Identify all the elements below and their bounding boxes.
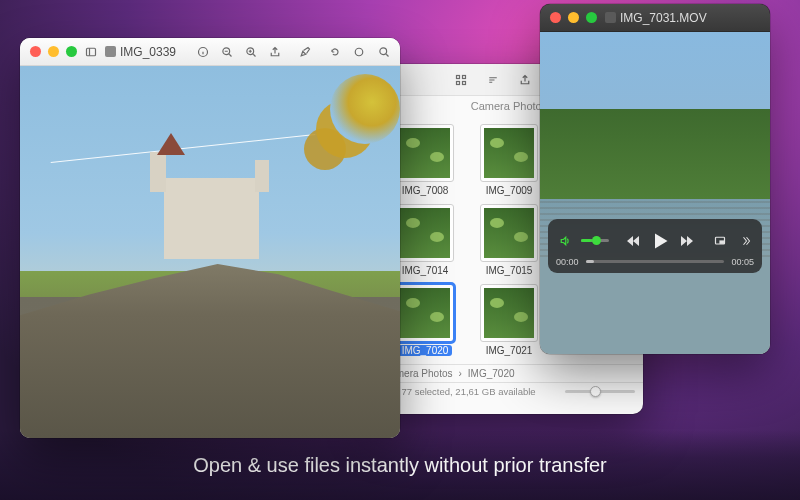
close-icon[interactable] [550, 12, 561, 23]
image-preview [20, 66, 400, 438]
svg-point-11 [355, 48, 363, 56]
play-button[interactable] [649, 230, 671, 252]
path-item[interactable]: IMG_7020 [468, 368, 515, 379]
close-icon[interactable] [30, 46, 41, 57]
scrub-bar[interactable] [586, 260, 725, 263]
sort-button[interactable] [482, 70, 504, 90]
info-button[interactable] [192, 42, 214, 62]
preview-titlebar[interactable]: IMG_0339 [20, 38, 400, 66]
window-title: IMG_0339 [105, 45, 176, 59]
thumb-label: IMG_7020 [398, 345, 453, 356]
preview-content [20, 66, 400, 438]
video-content[interactable]: 00:00 00:05 [540, 32, 770, 354]
pip-button[interactable] [711, 232, 729, 250]
quicktime-window: IMG_7031.MOV 00:00 00:05 [540, 4, 770, 354]
thumb-label: IMG_7009 [486, 185, 533, 196]
window-title: IMG_7031.MOV [605, 11, 707, 25]
rewind-button[interactable] [624, 232, 642, 250]
thumb-label: IMG_7008 [402, 185, 449, 196]
playback-controls: 00:00 00:05 [548, 219, 762, 273]
preview-window: IMG_0339 [20, 38, 400, 438]
forward-button[interactable] [678, 232, 696, 250]
time-current: 00:00 [556, 257, 579, 267]
svg-rect-1 [463, 75, 466, 78]
time-total: 00:05 [731, 257, 754, 267]
svg-rect-14 [720, 241, 724, 243]
svg-rect-7 [87, 48, 96, 56]
maximize-icon[interactable] [66, 46, 77, 57]
minimize-icon[interactable] [568, 12, 579, 23]
crop-button[interactable] [348, 42, 370, 62]
view-mode-button[interactable] [450, 70, 472, 90]
maximize-icon[interactable] [586, 12, 597, 23]
file-icon [105, 46, 116, 57]
search-button[interactable] [378, 42, 390, 62]
svg-rect-0 [457, 75, 460, 78]
thumb-item[interactable]: IMG_7009 [471, 124, 547, 196]
sidebar-toggle-button[interactable] [85, 42, 97, 62]
mute-button[interactable] [556, 232, 574, 250]
window-controls[interactable] [550, 12, 597, 23]
thumb-label: IMG_7021 [486, 345, 533, 356]
thumb-item[interactable]: IMG_7021 [471, 284, 547, 356]
zoom-out-button[interactable] [216, 42, 238, 62]
zoom-in-button[interactable] [240, 42, 262, 62]
status-text: 1 of 77 selected, 21,61 GB available [383, 386, 536, 397]
zoom-slider[interactable] [565, 390, 635, 393]
window-controls[interactable] [30, 46, 77, 57]
chevron-right-icon: › [458, 368, 461, 379]
movie-icon [605, 12, 616, 23]
quicktime-titlebar[interactable]: IMG_7031.MOV [540, 4, 770, 32]
thumb-label: IMG_7014 [402, 265, 449, 276]
marketing-caption: Open & use files instantly without prior… [0, 430, 800, 500]
thumb-label: IMG_7015 [486, 265, 533, 276]
caption-text: Open & use files instantly without prior… [193, 454, 607, 477]
rotate-button[interactable] [324, 42, 346, 62]
share-button[interactable] [514, 70, 536, 90]
status-bar: 1 of 77 selected, 21,61 GB available [375, 382, 643, 400]
svg-point-12 [380, 47, 387, 54]
path-bar[interactable]: Camera Photos › IMG_7020 [375, 364, 643, 382]
volume-slider[interactable] [581, 239, 609, 242]
minimize-icon[interactable] [48, 46, 59, 57]
expand-button[interactable] [736, 232, 754, 250]
thumb-item[interactable]: IMG_7015 [471, 204, 547, 276]
svg-rect-2 [457, 81, 460, 84]
svg-rect-3 [463, 81, 466, 84]
share-button[interactable] [264, 42, 286, 62]
markup-button[interactable] [294, 42, 316, 62]
